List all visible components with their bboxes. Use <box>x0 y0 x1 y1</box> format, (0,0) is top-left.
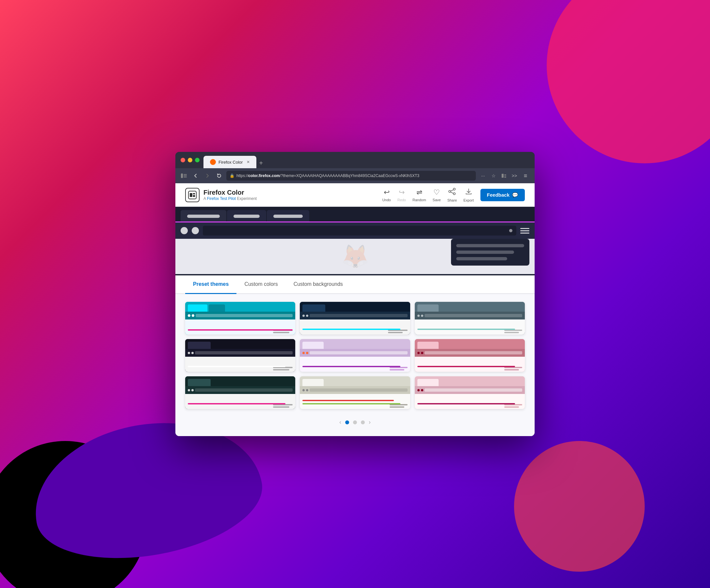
reader-button[interactable] <box>499 171 508 180</box>
redo-label: Redo <box>398 198 406 202</box>
app-content: Firefox Color A Firefox Test Pilot Exper… <box>175 183 535 436</box>
tab-custom-backgrounds[interactable]: Custom backgrounds <box>286 275 351 294</box>
undo-button[interactable]: ↩ Undo <box>382 188 390 202</box>
hamburger-menu[interactable]: ≡ <box>520 171 531 180</box>
redo-button[interactable]: ↪ Redo <box>398 188 406 202</box>
browser-titlebar: Firefox Color ✕ + <box>175 152 535 168</box>
theme-card-1[interactable] <box>185 302 295 334</box>
save-label: Save <box>433 198 441 202</box>
ff-firefox-logo: 🦊 <box>342 243 368 269</box>
theme-card-7[interactable] <box>185 376 295 409</box>
tab-custom-colors[interactable]: Custom colors <box>236 275 285 294</box>
theme-card-2[interactable] <box>300 302 410 334</box>
app-header: Firefox Color A Firefox Test Pilot Exper… <box>175 183 535 207</box>
export-label: Export <box>464 198 474 202</box>
undo-label: Undo <box>382 198 390 202</box>
extensions-button[interactable]: >> <box>510 171 519 180</box>
feedback-button[interactable]: Feedback 💬 <box>480 189 525 201</box>
browser-tab-active[interactable]: Firefox Color ✕ <box>204 156 256 168</box>
pagination-next[interactable]: › <box>369 419 371 426</box>
reload-button[interactable] <box>215 171 224 180</box>
theme-card-8[interactable] <box>300 376 410 409</box>
test-pilot-link[interactable]: Firefox Test Pilot <box>207 196 236 201</box>
svg-rect-7 <box>504 177 506 178</box>
forward-button[interactable] <box>203 171 212 180</box>
pagination-dot-1[interactable] <box>345 420 349 424</box>
svg-rect-0 <box>181 173 183 178</box>
new-tab-button[interactable]: + <box>256 159 265 167</box>
firefox-preview: 🦊 <box>175 207 535 275</box>
ff-toolbar-circle-1 <box>181 227 188 234</box>
random-icon: ⇌ <box>417 188 422 197</box>
svg-rect-2 <box>184 175 187 176</box>
theme-card-6[interactable] <box>415 339 525 372</box>
svg-point-13 <box>449 190 451 192</box>
themes-section: ‹ › <box>175 294 535 436</box>
ff-dropdown-line-1 <box>456 244 524 247</box>
browser-window: Firefox Color ✕ + 🔒 https: <box>175 152 535 436</box>
save-button[interactable]: ♡ Save <box>433 188 441 202</box>
tab-close-button[interactable]: ✕ <box>246 160 250 164</box>
ff-url-dot <box>509 229 513 232</box>
ff-preview-toolbar <box>175 222 535 239</box>
undo-icon: ↩ <box>384 188 389 197</box>
theme-card-5[interactable] <box>300 339 410 372</box>
theme-card-4[interactable] <box>185 339 295 372</box>
pagination-prev[interactable]: ‹ <box>339 419 341 426</box>
theme-card-3[interactable] <box>415 302 525 334</box>
random-button[interactable]: ⇌ Random <box>412 188 426 202</box>
feedback-icon: 💬 <box>512 192 518 198</box>
traffic-light-maximize[interactable] <box>195 158 199 162</box>
svg-line-15 <box>451 190 453 191</box>
feedback-label: Feedback <box>487 192 510 197</box>
svg-rect-5 <box>504 174 506 175</box>
ff-preview-urlbar <box>203 226 516 236</box>
tab-preset-themes[interactable]: Preset themes <box>185 275 236 294</box>
logo-subtitle: A Firefox Test Pilot Experiment <box>204 196 257 201</box>
ff-preview-menu <box>520 227 529 234</box>
svg-rect-6 <box>504 176 506 177</box>
svg-point-12 <box>453 188 455 190</box>
logo-text: Firefox Color A Firefox Test Pilot Exper… <box>204 189 257 201</box>
share-label: Share <box>447 198 457 202</box>
star-button[interactable]: ☆ <box>489 171 498 180</box>
random-label: Random <box>412 198 426 202</box>
browser-navbar: 🔒 https://color.firefox.com/?theme=XQAAA… <box>175 168 535 183</box>
svg-rect-1 <box>184 174 187 175</box>
ff-preview-tab-2 <box>227 210 266 222</box>
ff-preview-dropdown <box>451 239 529 265</box>
main-tabs: Preset themes Custom colors Custom backg… <box>175 275 535 294</box>
logo-icon <box>185 188 199 202</box>
sidebar-toggle-button[interactable] <box>179 171 188 180</box>
pagination-dot-2[interactable] <box>353 420 357 424</box>
redo-icon: ↪ <box>399 188 405 197</box>
svg-point-14 <box>453 193 455 195</box>
share-button[interactable]: Share <box>447 188 457 202</box>
ff-dropdown-line-2 <box>456 251 514 254</box>
svg-rect-10 <box>193 193 195 194</box>
bookmarks-button[interactable]: ··· <box>478 171 488 180</box>
logo-title: Firefox Color <box>204 189 257 196</box>
svg-rect-11 <box>193 195 195 197</box>
pagination: ‹ › <box>185 416 525 429</box>
traffic-lights <box>181 158 199 162</box>
ff-toolbar-circle-2 <box>192 227 199 234</box>
pagination-dot-3[interactable] <box>361 420 365 424</box>
url-text: https://color.firefox.com/?theme=XQAAAAI… <box>236 173 473 178</box>
traffic-light-close[interactable] <box>181 158 185 162</box>
nav-actions: ··· ☆ >> ≡ <box>478 171 531 180</box>
tab-favicon <box>210 159 216 165</box>
themes-grid <box>185 302 525 409</box>
app-logo: Firefox Color A Firefox Test Pilot Exper… <box>185 188 257 202</box>
url-lock-icon: 🔒 <box>230 173 235 178</box>
back-button[interactable] <box>191 171 200 180</box>
ff-dropdown-line-3 <box>456 257 507 260</box>
svg-rect-3 <box>184 177 187 178</box>
export-button[interactable]: Export <box>464 188 474 202</box>
traffic-light-minimize[interactable] <box>188 158 192 162</box>
svg-rect-4 <box>502 174 504 178</box>
url-bar[interactable]: 🔒 https://color.firefox.com/?theme=XQAAA… <box>226 171 476 181</box>
save-icon: ♡ <box>433 188 440 197</box>
theme-card-9[interactable] <box>415 376 525 409</box>
tab-title: Firefox Color <box>218 160 243 165</box>
